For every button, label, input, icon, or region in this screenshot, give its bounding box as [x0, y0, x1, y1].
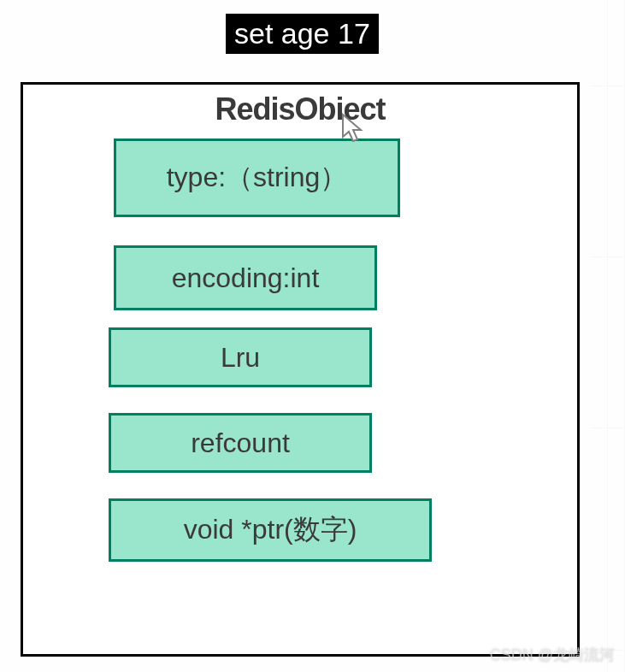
- field-lru: Lru: [109, 327, 372, 387]
- command-label: set age 17: [226, 14, 379, 54]
- grid-background: [591, 0, 625, 672]
- field-ptr: void *ptr(数字): [109, 498, 432, 562]
- field-encoding: encoding:int: [114, 245, 377, 310]
- mouse-cursor-icon: [340, 113, 368, 149]
- redis-object-container: RedisObiect type:（string） encoding:int L…: [21, 82, 580, 657]
- watermark-text: CSDN @龙崎流河: [490, 645, 615, 665]
- field-refcount: refcount: [109, 413, 372, 473]
- field-type: type:（string）: [114, 139, 400, 217]
- object-title: RedisObiect: [23, 91, 577, 127]
